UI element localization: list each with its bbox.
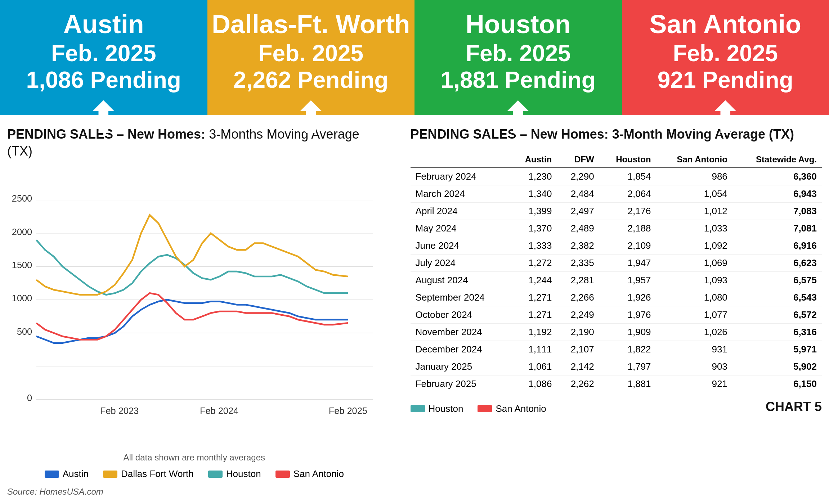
cell-austin: 1,340: [510, 185, 557, 202]
cell-month: February 2024: [411, 168, 511, 185]
chart-section: PENDING SALES – New Homes: 3-Months Movi…: [7, 126, 396, 497]
table-legend-label-san-antonio: San Antonio: [496, 403, 546, 414]
table-legend: Houston San Antonio: [411, 403, 546, 414]
cell-austin: 1,370: [510, 220, 557, 237]
cell-dfw: 2,484: [557, 185, 599, 202]
header-statewide: Statewide Avg.: [732, 152, 822, 168]
content-row: PENDING SALES – New Homes: 3-Months Movi…: [0, 115, 829, 504]
cell-month: August 2024: [411, 271, 511, 289]
cell-san-antonio: 903: [656, 358, 732, 375]
cell-san-antonio: 1,093: [656, 271, 732, 289]
banner-card-houston: Houston Feb. 2025 1,881 Pending ⬆: [414, 0, 622, 115]
legend-label-dallas: Dallas Fort Worth: [121, 468, 194, 480]
header-month: [411, 152, 511, 168]
table-row: March 2024 1,340 2,484 2,064 1,054 6,943: [411, 185, 822, 202]
dallas-date: Feb. 2025: [258, 40, 363, 67]
svg-text:Feb 2024: Feb 2024: [200, 406, 238, 416]
houston-city: Houston: [466, 10, 571, 39]
cell-austin: 1,272: [510, 254, 557, 271]
header-dfw: DFW: [557, 152, 599, 168]
cell-statewide: 6,623: [732, 254, 822, 271]
cell-san-antonio: 1,054: [656, 185, 732, 202]
svg-text:2500: 2500: [12, 193, 32, 203]
legend-austin: Austin: [45, 468, 89, 480]
cell-statewide: 6,943: [732, 185, 822, 202]
cell-san-antonio: 1,012: [656, 202, 732, 220]
table-row: February 2024 1,230 2,290 1,854 986 6,36…: [411, 168, 822, 185]
cell-austin: 1,399: [510, 202, 557, 220]
cell-austin: 1,333: [510, 237, 557, 254]
legend-houston: Houston: [208, 468, 261, 480]
legend-color-austin: [45, 471, 59, 478]
legend-color-houston: [208, 471, 223, 478]
cell-dfw: 2,335: [557, 254, 599, 271]
cell-dfw: 2,497: [557, 202, 599, 220]
cell-houston: 1,976: [599, 306, 656, 323]
cell-month: June 2024: [411, 237, 511, 254]
legend-label-houston: Houston: [226, 468, 261, 480]
cell-houston: 1,822: [599, 341, 656, 358]
header-san-antonio: San Antonio: [656, 152, 732, 168]
legend-dallas: Dallas Fort Worth: [103, 468, 194, 480]
san-antonio-pending: 921 Pending: [658, 67, 793, 93]
legend-label-san-antonio: San Antonio: [293, 468, 344, 480]
dallas-arrow-icon: ⬆: [293, 96, 329, 139]
cell-month: December 2024: [411, 341, 511, 358]
cell-statewide: 6,360: [732, 168, 822, 185]
cell-san-antonio: 931: [656, 341, 732, 358]
data-table: Austin DFW Houston San Antonio Statewide…: [411, 152, 822, 392]
cell-houston: 1,947: [599, 254, 656, 271]
cell-month: March 2024: [411, 185, 511, 202]
chart-legend: Austin Dallas Fort Worth Houston San Ant…: [7, 468, 381, 480]
table-row: July 2024 1,272 2,335 1,947 1,069 6,623: [411, 254, 822, 271]
cell-month: November 2024: [411, 323, 511, 341]
table-row: January 2025 1,061 2,142 1,797 903 5,902: [411, 358, 822, 375]
table-legend-san-antonio: San Antonio: [478, 403, 546, 414]
cell-houston: 1,854: [599, 168, 656, 185]
dallas-pending: 2,262 Pending: [233, 67, 388, 93]
cell-month: July 2024: [411, 254, 511, 271]
table-header-row: Austin DFW Houston San Antonio Statewide…: [411, 152, 822, 168]
cell-houston: 1,957: [599, 271, 656, 289]
table-title: PENDING SALES – New Homes: 3-Month Movin…: [411, 126, 822, 143]
banner-card-dallas: Dallas-Ft. Worth Feb. 2025 2,262 Pending…: [207, 0, 415, 115]
cell-austin: 1,086: [510, 375, 557, 392]
table-legend-houston: Houston: [411, 403, 463, 414]
table-row: May 2024 1,370 2,489 2,188 1,033 7,081: [411, 220, 822, 237]
cell-houston: 2,064: [599, 185, 656, 202]
houston-date: Feb. 2025: [466, 40, 571, 67]
cell-san-antonio: 1,026: [656, 323, 732, 341]
cell-san-antonio: 1,033: [656, 220, 732, 237]
cell-san-antonio: 986: [656, 168, 732, 185]
cell-san-antonio: 1,092: [656, 237, 732, 254]
cell-austin: 1,271: [510, 289, 557, 306]
cell-san-antonio: 1,080: [656, 289, 732, 306]
cell-month: September 2024: [411, 289, 511, 306]
cell-dfw: 2,262: [557, 375, 599, 392]
cell-houston: 1,909: [599, 323, 656, 341]
cell-austin: 1,192: [510, 323, 557, 341]
austin-arrow-icon: ⬆: [85, 96, 122, 139]
bottom-row: Houston San Antonio CHART 5: [411, 396, 822, 414]
chart-source: Source: HomesUSA.com: [7, 487, 381, 497]
cell-houston: 2,176: [599, 202, 656, 220]
banner-card-san-antonio: San Antonio Feb. 2025 921 Pending ⬆: [622, 0, 829, 115]
banner-row: Austin Feb. 2025 1,086 Pending ⬆ Dallas-…: [0, 0, 829, 115]
houston-line: [36, 240, 348, 294]
chart-note: All data shown are monthly averages: [7, 453, 381, 463]
table-section: PENDING SALES – New Homes: 3-Month Movin…: [396, 126, 822, 497]
cell-statewide: 6,575: [732, 271, 822, 289]
cell-dfw: 2,266: [557, 289, 599, 306]
banner-card-austin: Austin Feb. 2025 1,086 Pending ⬆: [0, 0, 207, 115]
cell-statewide: 5,902: [732, 358, 822, 375]
svg-text:Feb 2023: Feb 2023: [100, 406, 139, 416]
cell-month: October 2024: [411, 306, 511, 323]
svg-text:2000: 2000: [12, 226, 32, 237]
header-houston: Houston: [599, 152, 656, 168]
chart-number-label: CHART 5: [766, 399, 822, 414]
table-legend-color-houston: [411, 405, 425, 412]
cell-houston: 1,926: [599, 289, 656, 306]
chart-container: 2500 2000 1500 1000 500 0 Feb 2023 Feb 2…: [7, 167, 381, 449]
table-row: February 2025 1,086 2,262 1,881 921 6,15…: [411, 375, 822, 392]
cell-dfw: 2,281: [557, 271, 599, 289]
